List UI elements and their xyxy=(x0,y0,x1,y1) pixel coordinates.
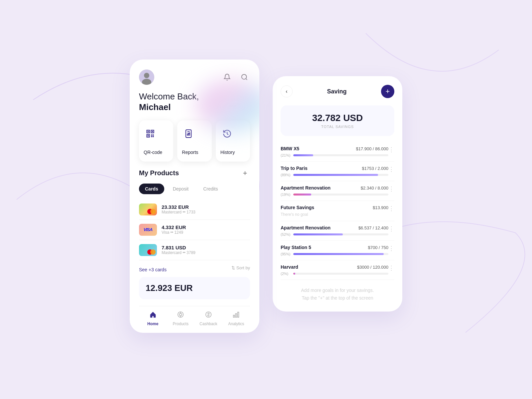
nav-cashback-label: Cashback xyxy=(200,322,217,326)
phones-container: Welcome Back, Michael xyxy=(130,60,402,332)
card-sub-1: Mastercard •• 1733 xyxy=(162,210,250,214)
saving-menu-apt2[interactable]: ⋮ xyxy=(388,225,394,232)
products-title: My Products xyxy=(139,169,179,177)
nav-home-label: Home xyxy=(147,322,158,326)
svg-rect-30 xyxy=(238,312,239,317)
svg-point-1 xyxy=(144,73,149,78)
add-saving-button[interactable]: + xyxy=(381,85,394,98)
saving-item-bmw: BMW X5 $17.900 / 86.000 (21%) ⋮ xyxy=(281,142,394,162)
quick-action-qr[interactable]: QR-code xyxy=(139,120,173,162)
quick-actions: QR-code Reports xyxy=(139,120,250,162)
saving-item-paris: Trip to Paris $1753 / 2.000 (89%) ⋮ xyxy=(281,162,394,181)
total-amount: 32.782 USD xyxy=(288,113,387,123)
add-goals-text: Add more goals in for your savings. Tap … xyxy=(281,280,394,302)
card-thumbnail-3 xyxy=(139,244,157,256)
saving-menu-bmw[interactable]: ⋮ xyxy=(388,146,394,153)
bottom-nav: Home Products xyxy=(139,306,250,333)
phone-left: Welcome Back, Michael xyxy=(130,60,259,332)
cashback-icon xyxy=(205,311,212,320)
add-product-button[interactable]: + xyxy=(240,168,250,178)
quick-action-reports[interactable]: Reports xyxy=(177,120,211,162)
card-info-2: 4.332 EUR Visa •• 1249 xyxy=(162,224,250,235)
saving-item-apt1: Apartment Renovation $2.340 / 8.000 (19%… xyxy=(281,181,394,201)
saving-item-future: Future Savings $13.900 There's no goal ⋮ xyxy=(281,201,394,221)
back-button[interactable]: ‹ xyxy=(281,85,293,97)
balance-amount: 12.923 EUR xyxy=(146,283,243,293)
cards-footer: See +3 cards ⇅ Sort by xyxy=(139,264,250,272)
saving-menu-paris[interactable]: ⋮ xyxy=(388,166,394,173)
tab-deposit[interactable]: Deposit xyxy=(167,184,195,194)
savings-list: BMW X5 $17.900 / 86.000 (21%) ⋮ xyxy=(281,142,394,280)
reports-label: Reports xyxy=(182,150,198,155)
qr-code-icon xyxy=(144,127,157,140)
history-icon xyxy=(220,127,234,140)
svg-rect-21 xyxy=(188,133,189,136)
card-item-2[interactable]: VISA 4.332 EUR Visa •• 1249 xyxy=(139,220,250,240)
phone-header xyxy=(139,69,250,85)
svg-rect-20 xyxy=(187,134,188,136)
reports-icon xyxy=(182,127,195,140)
products-icon xyxy=(177,311,184,320)
analytics-icon xyxy=(232,311,240,320)
filter-tabs: Cards Deposit Credits xyxy=(139,184,250,194)
svg-rect-10 xyxy=(148,135,149,136)
svg-point-3 xyxy=(242,74,247,79)
card-sub-3: Mastercard •• 3789 xyxy=(162,250,250,255)
nav-home[interactable]: Home xyxy=(139,311,167,326)
card-info-1: 23.332 EUR Mastercard •• 1733 xyxy=(162,204,250,214)
search-icon[interactable] xyxy=(239,71,250,83)
notification-icon[interactable] xyxy=(221,71,233,83)
card-info-3: 7.831 USD Mastercard •• 3789 xyxy=(162,245,250,255)
saving-item-apt2: Apartment Renovation $6.537 / 12.400 (52… xyxy=(281,221,394,241)
svg-rect-22 xyxy=(190,132,190,135)
card-amount-1: 23.332 EUR xyxy=(162,204,250,210)
card-list: 23.332 EUR Mastercard •• 1733 VISA 4.332… xyxy=(139,200,250,260)
nav-products-label: Products xyxy=(173,322,189,326)
svg-rect-14 xyxy=(151,136,152,137)
saving-menu-ps5[interactable]: ⋮ xyxy=(388,245,394,252)
nav-products[interactable]: Products xyxy=(167,311,195,326)
saving-menu-future[interactable]: ⋮ xyxy=(388,205,394,212)
saving-title: Saving xyxy=(327,88,346,95)
card-sub-2: Visa •• 1249 xyxy=(162,230,250,235)
welcome-text: Welcome Back, Michael xyxy=(139,91,250,112)
balance-box: 12.923 EUR xyxy=(139,277,250,299)
svg-rect-9 xyxy=(152,131,153,132)
svg-rect-15 xyxy=(153,134,154,136)
total-label: TOTAL SAVINGS xyxy=(288,125,387,129)
svg-point-24 xyxy=(180,313,182,316)
see-more-button[interactable]: See +3 cards xyxy=(139,267,167,272)
home-icon xyxy=(149,311,157,320)
tab-cards[interactable]: Cards xyxy=(139,184,164,194)
nav-analytics[interactable]: Analytics xyxy=(222,311,250,326)
card-amount-2: 4.332 EUR xyxy=(162,224,250,230)
card-thumbnail-2: VISA xyxy=(139,224,157,236)
card-thumbnail-1 xyxy=(139,203,157,215)
phone-right: ‹ Saving + 32.782 USD TOTAL SAVINGS BMW … xyxy=(273,76,402,312)
nav-cashback[interactable]: Cashback xyxy=(195,311,222,326)
card-item-3[interactable]: 7.831 USD Mastercard •• 3789 xyxy=(139,240,250,260)
header-icons xyxy=(221,71,250,83)
saving-menu-apt1[interactable]: ⋮ xyxy=(388,185,394,193)
svg-rect-13 xyxy=(153,136,154,137)
svg-rect-8 xyxy=(148,131,149,132)
qr-label: QR-code xyxy=(144,150,162,155)
products-section-header: My Products + xyxy=(139,168,250,178)
total-savings-box: 32.782 USD TOTAL SAVINGS xyxy=(281,105,394,136)
nav-analytics-label: Analytics xyxy=(228,322,244,326)
svg-rect-12 xyxy=(151,134,152,136)
card-amount-3: 7.831 USD xyxy=(162,245,250,250)
card-item-1[interactable]: 23.332 EUR Mastercard •• 1733 xyxy=(139,200,250,220)
avatar[interactable] xyxy=(139,69,154,85)
quick-action-history[interactable]: History xyxy=(216,120,250,162)
saving-item-harvard: Harvard $3000 / 120.000 (2%) ⋮ xyxy=(281,260,394,280)
saving-header: ‹ Saving + xyxy=(281,85,394,98)
svg-line-4 xyxy=(246,79,247,80)
svg-rect-28 xyxy=(233,315,235,317)
history-label: History xyxy=(220,150,235,155)
sort-by-button[interactable]: ⇅ Sort by xyxy=(231,265,250,270)
tab-credits[interactable]: Credits xyxy=(197,184,224,194)
saving-menu-harvard[interactable]: ⋮ xyxy=(388,264,394,272)
saving-item-ps5: Play Station 5 $700 / 750 (95%) ⋮ xyxy=(281,241,394,260)
svg-rect-29 xyxy=(235,314,237,317)
